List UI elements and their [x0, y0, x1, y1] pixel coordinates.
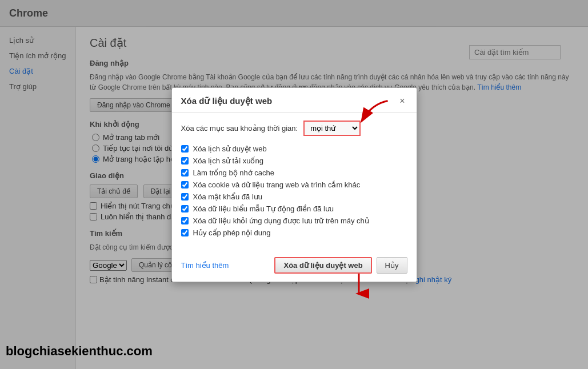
checkbox-list: Xóa lịch sử duyệt web Xóa lịch sử tải xu… — [181, 143, 407, 239]
time-select-wrapper: mọi thứ — [303, 121, 361, 136]
checkbox-cache[interactable] — [181, 169, 189, 177]
checkbox-item-2: Làm trống bộ nhớ cache — [181, 167, 407, 179]
dialog-footer-buttons: Xóa dữ liệu duyệt web Hủy — [274, 257, 407, 274]
checkbox-item-0: Xóa lịch sử duyệt web — [181, 143, 407, 155]
cancel-button[interactable]: Hủy — [377, 257, 407, 274]
annotation-arrow-2 — [345, 271, 373, 299]
checkbox-passwords[interactable] — [181, 193, 189, 200]
dialog-body: Xóa các mục sau khoảng thời gian: mọi th… — [172, 113, 417, 252]
time-range-row: Xóa các mục sau khoảng thời gian: mọi th… — [181, 121, 407, 136]
clear-data-dialog: Xóa dữ liệu duyệt web × Xóa các mục sau … — [171, 87, 417, 282]
dialog-header: Xóa dữ liệu duyệt web × — [172, 88, 417, 113]
checkbox-autofill[interactable] — [181, 205, 189, 212]
checkbox-hosted-app-data[interactable] — [181, 217, 189, 224]
checkbox-content-licenses[interactable] — [181, 229, 189, 236]
checkbox-item-1: Xóa lịch sử tải xuống — [181, 155, 407, 167]
checkbox-item-5: Xóa dữ liệu biểu mẫu Tự động điền đã lưu — [181, 203, 407, 215]
dialog-footer: Tìm hiểu thêm Xóa dữ liệu duyệt web Hủy — [172, 252, 417, 282]
dialog-close-button[interactable]: × — [397, 96, 407, 106]
checkbox-item-4: Xóa mật khẩu đã lưu — [181, 191, 407, 203]
checkbox-item-7: Hủy cấp phép nội dung — [181, 227, 407, 239]
dialog-overlay: Xóa dữ liệu duyệt web × Xóa các mục sau … — [0, 0, 588, 369]
checkbox-item-3: Xóa cookie và dữ liệu trang web và trình… — [181, 179, 407, 191]
time-range-label: Xóa các mục sau khoảng thời gian: — [181, 124, 298, 133]
checkbox-browsing-history[interactable] — [181, 145, 189, 153]
checkbox-cookies[interactable] — [181, 181, 189, 188]
time-range-select[interactable]: mọi thứ — [303, 121, 361, 136]
dialog-learn-more-link[interactable]: Tìm hiểu thêm — [181, 261, 229, 270]
dialog-title: Xóa dữ liệu duyệt web — [181, 96, 273, 106]
checkbox-item-6: Xóa dữ liệu khỏi ứng dụng được lưu trữ t… — [181, 215, 407, 227]
checkbox-download-history[interactable] — [181, 157, 189, 165]
